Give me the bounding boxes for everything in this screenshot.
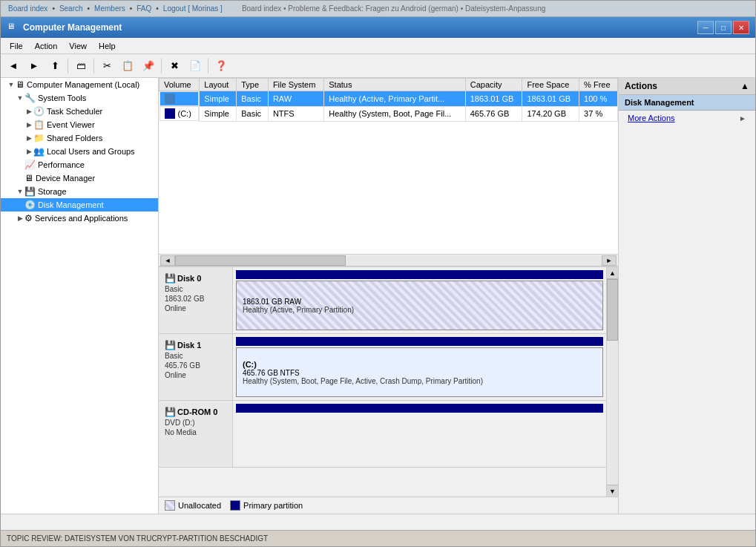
toolbar-copy[interactable]: 📋 [118, 57, 137, 75]
toolbar-cut[interactable]: ✂ [97, 57, 116, 75]
sidebar-item-performance[interactable]: 📈 Performance [1, 158, 158, 171]
toolbar-help[interactable]: ❓ [211, 57, 231, 75]
forum-link[interactable]: Board index [8, 4, 47, 13]
sidebar-item-event-viewer[interactable]: ▶ 📋 Event Viewer [1, 118, 158, 131]
sidebar-item-storage[interactable]: ▼ 💾 Storage [1, 185, 158, 198]
vol-layout: Simple [200, 106, 237, 121]
col-freespace[interactable]: Free Space [522, 79, 579, 91]
toolbar-show-hide[interactable]: 🗃 [71, 57, 91, 75]
volumes-table: Volume Layout Type File System Status Ca… [159, 78, 618, 122]
expand-icon[interactable]: ▼ [16, 188, 24, 195]
vscrollbar-track[interactable] [607, 279, 618, 485]
sidebar-label: Shared Folders [47, 134, 102, 143]
disk-partition[interactable]: (C:) 465.76 GB NTFS Healthy (System, Boo… [236, 347, 603, 397]
sidebar-item-computer-management[interactable]: ▼ 🖥 Computer Management (Local) [1, 78, 158, 91]
expand-icon[interactable]: ▶ [24, 121, 33, 128]
scroll-right-btn[interactable]: ► [602, 255, 617, 266]
disk-partition[interactable]: 1863.01 GB RAW Healthy (Active, Primary … [236, 281, 603, 330]
disk-label-title: 💾CD-ROM 0 [165, 407, 226, 417]
toolbar-back[interactable]: ◄ [4, 57, 23, 75]
expand-icon[interactable]: ▼ [16, 94, 24, 102]
forum-separator: • [52, 4, 55, 13]
scroll-down-btn[interactable]: ▼ [607, 485, 618, 497]
vscroll-bar[interactable]: ▲ ▼ [606, 267, 618, 497]
col-layout[interactable]: Layout [200, 79, 237, 91]
forum-separator: • [88, 4, 91, 13]
sidebar-item-task-scheduler[interactable]: ▶ 🕐 Task Scheduler [1, 105, 158, 118]
col-volume[interactable]: Volume [160, 79, 200, 91]
menu-help[interactable]: Help [93, 40, 122, 52]
actions-collapse-icon[interactable]: ▲ [740, 81, 749, 91]
disk-type: Basic [165, 352, 226, 360]
content-area: Volume Layout Type File System Status Ca… [159, 78, 618, 514]
forum-breadcrumb: Board index • Probleme & Feedback: Frage… [242, 4, 545, 13]
hscroll-bar[interactable]: ◄ ► [159, 255, 618, 266]
expand-icon[interactable]: ▶ [24, 134, 33, 142]
menu-file[interactable]: File [4, 40, 29, 52]
partition-status: Healthy (Active, Primary Partition) [243, 306, 596, 314]
vol-status: Healthy (System, Boot, Page Fil... [324, 106, 465, 121]
sidebar-item-system-tools[interactable]: ▼ 🔧 System Tools [1, 91, 158, 105]
disk-list: 💾Disk 0 Basic 1863.02 GB Online 1863.01 … [159, 267, 606, 497]
sidebar-label: Storage [38, 187, 67, 196]
vol-capacity: 1863.01 GB [465, 91, 522, 107]
col-pctfree[interactable]: % Free [579, 79, 618, 91]
sidebar-item-device-manager[interactable]: 🖥 Device Manager [1, 171, 158, 185]
sidebar-item-services-apps[interactable]: ▶ ⚙ Services and Applications [1, 212, 158, 225]
table-row[interactable]: SimpleBasicRAWHealthy (Active, Primary P… [160, 91, 618, 107]
sidebar-label: Services and Applications [35, 214, 128, 223]
col-type[interactable]: Type [237, 79, 269, 91]
col-filesystem[interactable]: File System [268, 79, 323, 91]
actions-section-disk-mgmt: Disk Management [619, 95, 755, 111]
sidebar-label: Task Scheduler [47, 107, 102, 116]
disk-row: 💾Disk 1 Basic 465.76 GB Online (C:) 465.… [159, 334, 606, 401]
restore-button[interactable]: □ [715, 21, 732, 34]
disk-label-title: 💾Disk 1 [165, 340, 226, 350]
sidebar-item-shared-folders[interactable]: ▶ 📁 Shared Folders [1, 131, 158, 145]
toolbar-sep-4 [208, 59, 208, 73]
col-status[interactable]: Status [324, 79, 465, 91]
disk-header-bar [236, 337, 603, 346]
toolbar-up[interactable]: ⬆ [45, 57, 65, 75]
expand-icon[interactable]: ▶ [24, 148, 33, 155]
sidebar-label: Disk Management [38, 200, 104, 209]
col-capacity[interactable]: Capacity [465, 79, 522, 91]
toolbar-properties[interactable]: 📄 [185, 57, 205, 75]
partition-size: 1863.01 GB RAW [243, 298, 596, 306]
table-row[interactable]: (C:)SimpleBasicNTFSHealthy (System, Boot… [160, 106, 618, 121]
legend-label-primary: Primary partition [243, 501, 303, 510]
toolbar-sep-2 [93, 59, 94, 73]
sidebar-item-disk-management[interactable]: 💿 Disk Management [1, 198, 158, 212]
main-layout: ▼ 🖥 Computer Management (Local) ▼ 🔧 Syst… [1, 78, 755, 514]
partition-name: (C:) [243, 360, 596, 369]
toolbar-paste[interactable]: 📌 [139, 57, 158, 75]
menu-action[interactable]: Action [29, 40, 64, 52]
sidebar-label: Performance [38, 160, 85, 169]
sidebar-item-local-users[interactable]: ▶ 👥 Local Users and Groups [1, 145, 158, 158]
legend-unallocated: Unallocated [165, 500, 221, 511]
menu-view[interactable]: View [63, 40, 93, 52]
scrollbar-track[interactable] [175, 255, 602, 266]
window-title: Computer Management [23, 22, 697, 33]
disk-partitions: 1863.01 GB RAW Healthy (Active, Primary … [233, 267, 606, 333]
toolbar-delete[interactable]: ✖ [165, 57, 184, 75]
vol-pctfree: 37 % [579, 106, 618, 121]
disk-header-bar [236, 270, 603, 279]
scroll-left-btn[interactable]: ◄ [160, 255, 175, 266]
actions-more-actions[interactable]: More Actions ► [619, 111, 755, 125]
scrollbar-thumb[interactable] [175, 255, 346, 266]
expand-icon[interactable]: ▶ [16, 214, 24, 222]
window-icon: 🖥 [7, 22, 19, 33]
vscrollbar-thumb[interactable] [607, 279, 618, 341]
scroll-up-btn[interactable]: ▲ [607, 267, 618, 279]
more-actions-link[interactable]: More Actions [628, 114, 675, 122]
forum-link[interactable]: FAQ [137, 4, 151, 13]
forum-link[interactable]: Search [59, 4, 83, 13]
forum-link[interactable]: Members [94, 4, 125, 13]
expand-icon[interactable]: ▶ [24, 108, 33, 115]
minimize-button[interactable]: ─ [697, 21, 714, 34]
forum-link[interactable]: Logout [ Morinas ] [163, 4, 223, 13]
close-button[interactable]: ✕ [733, 21, 749, 34]
expand-icon[interactable]: ▼ [7, 81, 16, 88]
toolbar-forward[interactable]: ► [24, 57, 44, 75]
